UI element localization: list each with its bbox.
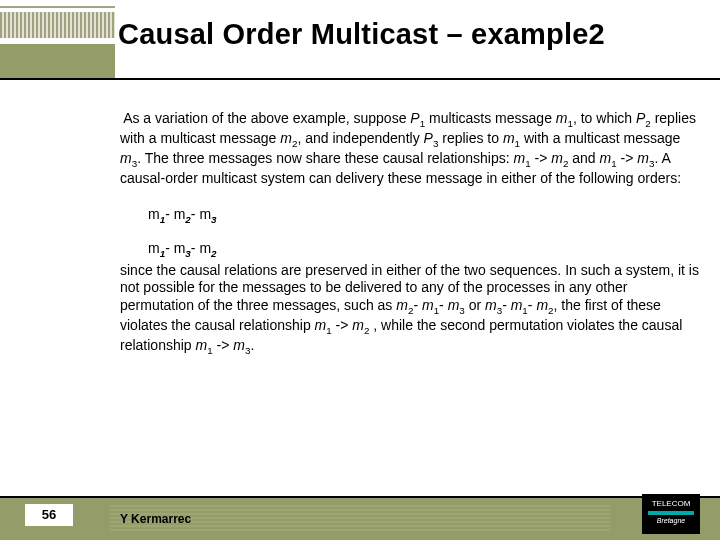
sub: 2	[211, 247, 216, 258]
sep: -	[165, 206, 174, 222]
var: m	[536, 297, 548, 313]
logo-text-top: TELECOM	[642, 500, 700, 509]
order-sequence-1: m1- m2- m3	[148, 206, 700, 226]
var: m	[196, 337, 208, 353]
var: m	[352, 317, 364, 333]
var-p3: P	[424, 130, 433, 146]
slide-content: As a variation of the above example, sup…	[120, 110, 700, 375]
var-m2: m	[280, 130, 292, 146]
var: m	[148, 206, 160, 222]
var: m	[396, 297, 408, 313]
arrow: ->	[531, 150, 552, 166]
var-m1: m	[556, 110, 568, 126]
arrow: ->	[213, 337, 234, 353]
var-m1: m	[503, 130, 515, 146]
var: m	[422, 297, 434, 313]
text: and	[568, 150, 599, 166]
var: m	[199, 206, 211, 222]
text: .	[250, 337, 254, 353]
var: m	[148, 240, 160, 256]
text: multicasts message	[425, 110, 556, 126]
sep: -	[502, 297, 511, 313]
var: m	[551, 150, 563, 166]
arrow: ->	[332, 317, 353, 333]
page-number: 56	[25, 504, 73, 526]
var: m	[511, 297, 523, 313]
var: m	[448, 297, 460, 313]
var: m	[199, 240, 211, 256]
telecom-bretagne-logo: TELECOM Bretagne	[642, 494, 700, 534]
text: or	[465, 297, 485, 313]
var: m	[600, 150, 612, 166]
text: , and independently	[297, 130, 423, 146]
var: m	[233, 337, 245, 353]
footer-author: Y Kermarrec	[120, 512, 191, 526]
var: m	[174, 206, 186, 222]
slide-header: Causal Order Multicast – example2	[0, 0, 720, 78]
var: m	[315, 317, 327, 333]
var-p1: P	[410, 110, 419, 126]
text: with a multicast message	[520, 130, 680, 146]
arrow: ->	[617, 150, 638, 166]
sep: -	[413, 297, 422, 313]
sep: -	[165, 240, 174, 256]
sub: 3	[211, 213, 216, 224]
text: , to which	[573, 110, 636, 126]
var: m	[485, 297, 497, 313]
paragraph-2: since the causal relations are preserved…	[120, 262, 700, 357]
slide-footer: Y Kermarrec TELECOM Bretagne	[0, 496, 720, 540]
logo-bar	[648, 511, 694, 515]
text: replies to	[438, 130, 503, 146]
var: m	[637, 150, 649, 166]
slide-title: Causal Order Multicast – example2	[118, 18, 605, 51]
sep: -	[439, 297, 448, 313]
var-m3: m	[120, 150, 132, 166]
header-deco-pattern	[0, 12, 115, 38]
var: m	[514, 150, 526, 166]
var-p2: P	[636, 110, 645, 126]
text: . The three messages now share these cau…	[137, 150, 513, 166]
var: m	[174, 240, 186, 256]
header-underline	[0, 78, 720, 80]
paragraph-1: As a variation of the above example, sup…	[120, 110, 700, 188]
order-sequence-2: m1- m3- m2	[148, 240, 700, 260]
header-deco-strip	[0, 44, 115, 78]
text: As a variation of the above example, sup…	[123, 110, 410, 126]
header-deco-line	[0, 6, 115, 8]
logo-text-bottom: Bretagne	[642, 517, 700, 525]
